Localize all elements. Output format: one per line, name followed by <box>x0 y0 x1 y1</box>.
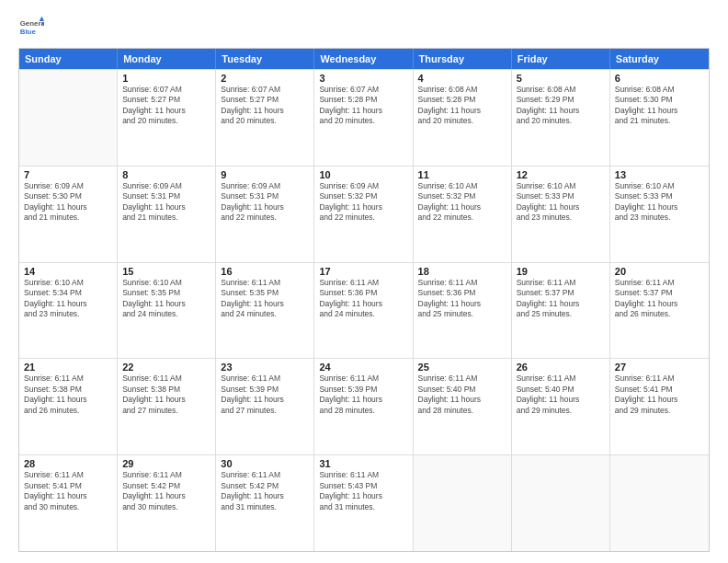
calendar-week: 14Sunrise: 6:10 AM Sunset: 5:34 PM Dayli… <box>19 262 709 359</box>
calendar-header-day: Saturday <box>610 49 709 69</box>
calendar-cell: 15Sunrise: 6:10 AM Sunset: 5:35 PM Dayli… <box>118 263 216 359</box>
calendar-header-day: Friday <box>512 49 610 69</box>
logo-icon: General Blue <box>18 15 44 40</box>
calendar-cell: 9Sunrise: 6:09 AM Sunset: 5:31 PM Daylig… <box>216 167 314 262</box>
calendar-cell: 28Sunrise: 6:11 AM Sunset: 5:41 PM Dayli… <box>19 455 118 551</box>
calendar-cell: 29Sunrise: 6:11 AM Sunset: 5:42 PM Dayli… <box>118 455 216 551</box>
calendar-cell: 18Sunrise: 6:11 AM Sunset: 5:36 PM Dayli… <box>414 263 512 359</box>
day-number: 20 <box>615 266 704 277</box>
calendar-cell: 25Sunrise: 6:11 AM Sunset: 5:40 PM Dayli… <box>414 359 512 454</box>
day-number: 7 <box>24 169 112 180</box>
day-number: 8 <box>122 169 210 180</box>
calendar-header-day: Monday <box>118 49 216 69</box>
day-number: 5 <box>517 73 605 84</box>
day-info: Sunrise: 6:11 AM Sunset: 5:43 PM Dayligh… <box>319 470 407 512</box>
day-info: Sunrise: 6:11 AM Sunset: 5:37 PM Dayligh… <box>615 278 704 320</box>
calendar-cell: 16Sunrise: 6:11 AM Sunset: 5:35 PM Dayli… <box>216 263 314 359</box>
calendar-cell: 5Sunrise: 6:08 AM Sunset: 5:29 PM Daylig… <box>512 70 610 166</box>
calendar-cell: 7Sunrise: 6:09 AM Sunset: 5:30 PM Daylig… <box>19 167 118 262</box>
calendar-week: 7Sunrise: 6:09 AM Sunset: 5:30 PM Daylig… <box>19 166 709 262</box>
day-number: 15 <box>122 266 210 277</box>
day-info: Sunrise: 6:10 AM Sunset: 5:33 PM Dayligh… <box>517 181 605 224</box>
day-number: 4 <box>418 73 506 84</box>
day-info: Sunrise: 6:11 AM Sunset: 5:36 PM Dayligh… <box>418 278 506 320</box>
day-number: 6 <box>615 73 704 84</box>
day-number: 31 <box>319 458 407 469</box>
day-number: 27 <box>615 362 704 373</box>
day-number: 1 <box>122 73 210 84</box>
calendar-cell: 17Sunrise: 6:11 AM Sunset: 5:36 PM Dayli… <box>314 263 413 359</box>
day-number: 26 <box>517 362 605 373</box>
calendar-cell: 10Sunrise: 6:09 AM Sunset: 5:32 PM Dayli… <box>314 167 413 262</box>
calendar-cell: 14Sunrise: 6:10 AM Sunset: 5:34 PM Dayli… <box>19 263 118 359</box>
day-info: Sunrise: 6:09 AM Sunset: 5:30 PM Dayligh… <box>24 181 112 224</box>
calendar-cell: 11Sunrise: 6:10 AM Sunset: 5:32 PM Dayli… <box>414 167 512 262</box>
calendar-cell: 24Sunrise: 6:11 AM Sunset: 5:39 PM Dayli… <box>314 359 413 454</box>
calendar-header-day: Thursday <box>414 49 512 69</box>
calendar-cell: 4Sunrise: 6:08 AM Sunset: 5:28 PM Daylig… <box>414 70 512 166</box>
day-number: 9 <box>221 169 309 180</box>
calendar-header-day: Tuesday <box>216 49 314 69</box>
day-info: Sunrise: 6:11 AM Sunset: 5:40 PM Dayligh… <box>517 373 605 416</box>
day-number: 17 <box>319 266 407 277</box>
day-info: Sunrise: 6:07 AM Sunset: 5:27 PM Dayligh… <box>122 85 210 127</box>
svg-marker-2 <box>40 17 44 21</box>
day-info: Sunrise: 6:11 AM Sunset: 5:35 PM Dayligh… <box>221 278 309 320</box>
day-info: Sunrise: 6:11 AM Sunset: 5:39 PM Dayligh… <box>319 373 407 416</box>
day-number: 24 <box>319 362 407 373</box>
calendar: SundayMondayTuesdayWednesdayThursdayFrid… <box>18 48 710 552</box>
calendar-cell: 6Sunrise: 6:08 AM Sunset: 5:30 PM Daylig… <box>610 70 709 166</box>
day-info: Sunrise: 6:08 AM Sunset: 5:29 PM Dayligh… <box>517 85 605 127</box>
day-number: 22 <box>122 362 210 373</box>
calendar-cell: 8Sunrise: 6:09 AM Sunset: 5:31 PM Daylig… <box>118 167 216 262</box>
day-number: 11 <box>418 169 506 180</box>
day-info: Sunrise: 6:07 AM Sunset: 5:27 PM Dayligh… <box>221 85 309 127</box>
svg-text:Blue: Blue <box>20 28 37 36</box>
day-number: 28 <box>24 458 112 469</box>
day-number: 25 <box>418 362 506 373</box>
day-number: 30 <box>221 458 309 469</box>
day-info: Sunrise: 6:08 AM Sunset: 5:28 PM Dayligh… <box>418 85 506 127</box>
day-number: 21 <box>24 362 112 373</box>
calendar-cell: 20Sunrise: 6:11 AM Sunset: 5:37 PM Dayli… <box>610 263 709 359</box>
calendar-cell: 3Sunrise: 6:07 AM Sunset: 5:28 PM Daylig… <box>314 70 413 166</box>
day-info: Sunrise: 6:08 AM Sunset: 5:30 PM Dayligh… <box>615 85 704 127</box>
calendar-body: 1Sunrise: 6:07 AM Sunset: 5:27 PM Daylig… <box>19 69 709 551</box>
day-info: Sunrise: 6:09 AM Sunset: 5:31 PM Dayligh… <box>221 181 309 224</box>
calendar-header-day: Wednesday <box>314 49 413 69</box>
day-info: Sunrise: 6:11 AM Sunset: 5:42 PM Dayligh… <box>122 470 210 512</box>
day-number: 23 <box>221 362 309 373</box>
day-info: Sunrise: 6:11 AM Sunset: 5:39 PM Dayligh… <box>221 373 309 416</box>
calendar-header: SundayMondayTuesdayWednesdayThursdayFrid… <box>19 49 709 69</box>
day-info: Sunrise: 6:10 AM Sunset: 5:32 PM Dayligh… <box>418 181 506 224</box>
calendar-header-day: Sunday <box>19 49 118 69</box>
calendar-cell <box>512 455 610 551</box>
calendar-week: 21Sunrise: 6:11 AM Sunset: 5:38 PM Dayli… <box>19 358 709 454</box>
calendar-week: 1Sunrise: 6:07 AM Sunset: 5:27 PM Daylig… <box>19 69 709 166</box>
day-number: 29 <box>122 458 210 469</box>
calendar-cell <box>414 455 512 551</box>
calendar-cell <box>610 455 709 551</box>
day-info: Sunrise: 6:11 AM Sunset: 5:37 PM Dayligh… <box>517 278 605 320</box>
page: General Blue SundayMondayTuesdayWednesda… <box>0 0 728 563</box>
calendar-cell: 31Sunrise: 6:11 AM Sunset: 5:43 PM Dayli… <box>314 455 413 551</box>
day-info: Sunrise: 6:09 AM Sunset: 5:31 PM Dayligh… <box>122 181 210 224</box>
day-info: Sunrise: 6:11 AM Sunset: 5:36 PM Dayligh… <box>319 278 407 320</box>
calendar-cell: 23Sunrise: 6:11 AM Sunset: 5:39 PM Dayli… <box>216 359 314 454</box>
day-number: 18 <box>418 266 506 277</box>
day-number: 10 <box>319 169 407 180</box>
calendar-cell: 27Sunrise: 6:11 AM Sunset: 5:41 PM Dayli… <box>610 359 709 454</box>
day-info: Sunrise: 6:10 AM Sunset: 5:34 PM Dayligh… <box>24 278 112 320</box>
day-number: 12 <box>517 169 605 180</box>
day-info: Sunrise: 6:09 AM Sunset: 5:32 PM Dayligh… <box>319 181 407 224</box>
calendar-week: 28Sunrise: 6:11 AM Sunset: 5:41 PM Dayli… <box>19 454 709 551</box>
day-info: Sunrise: 6:11 AM Sunset: 5:41 PM Dayligh… <box>615 373 704 416</box>
calendar-cell: 19Sunrise: 6:11 AM Sunset: 5:37 PM Dayli… <box>512 263 610 359</box>
calendar-cell: 1Sunrise: 6:07 AM Sunset: 5:27 PM Daylig… <box>118 70 216 166</box>
day-number: 3 <box>319 73 407 84</box>
calendar-cell: 30Sunrise: 6:11 AM Sunset: 5:42 PM Dayli… <box>216 455 314 551</box>
day-number: 2 <box>221 73 309 84</box>
day-info: Sunrise: 6:11 AM Sunset: 5:38 PM Dayligh… <box>122 373 210 416</box>
calendar-cell: 12Sunrise: 6:10 AM Sunset: 5:33 PM Dayli… <box>512 167 610 262</box>
calendar-cell: 22Sunrise: 6:11 AM Sunset: 5:38 PM Dayli… <box>118 359 216 454</box>
